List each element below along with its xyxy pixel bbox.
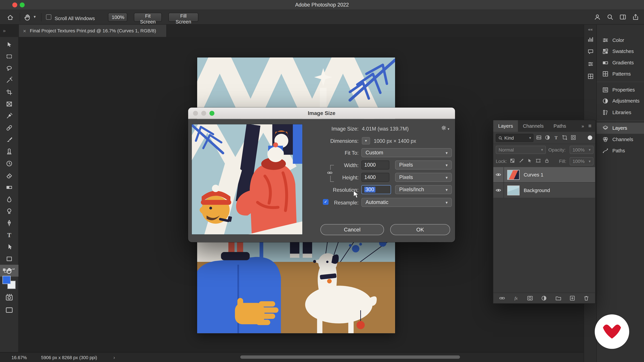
document-tab[interactable]: × Final Project Textures Print.psd @ 16.…	[19, 25, 167, 37]
rail-item-color[interactable]: Color	[597, 34, 644, 46]
layer-thumbnail[interactable]	[507, 170, 520, 180]
sliders-icon[interactable]	[587, 61, 594, 67]
panel-overflow-icon[interactable]: »	[582, 123, 584, 128]
horizontal-scrollbar[interactable]	[240, 356, 460, 359]
fill-screen-button[interactable]: Fill Screen	[168, 13, 198, 22]
height-unit-select[interactable]: Pixels ▾	[395, 173, 452, 182]
image-preview[interactable]	[191, 124, 303, 235]
panel-tab-channels[interactable]: Channels	[518, 120, 548, 132]
delete-icon[interactable]	[583, 295, 589, 301]
search-icon[interactable]	[606, 13, 614, 21]
effects-icon[interactable]: fx	[513, 295, 519, 301]
rail-item-adjustments[interactable]: Adjustments	[597, 95, 644, 107]
height-input[interactable]: 1400	[362, 173, 390, 182]
zoom-level-field[interactable]: 16.67%	[12, 355, 27, 360]
lock-lock-all-icon[interactable]	[544, 158, 550, 163]
fit-to-select[interactable]: Custom ▾	[362, 148, 452, 157]
link-icon[interactable]	[327, 170, 332, 176]
tool-move[interactable]	[0, 38, 18, 50]
link-icon[interactable]	[499, 295, 505, 301]
status-chevron-icon[interactable]: ›	[113, 355, 115, 360]
rail-item-paths[interactable]: Paths	[597, 145, 644, 156]
image-filter-icon[interactable]	[536, 135, 542, 140]
rail-item-gradients[interactable]: Gradients	[597, 57, 644, 68]
rail-item-swatches[interactable]: Swatches	[597, 46, 644, 57]
share-icon[interactable]	[632, 13, 639, 21]
lock-artboard-icon[interactable]	[536, 158, 541, 163]
dialog-titlebar[interactable]: Image Size	[188, 108, 455, 119]
home-icon[interactable]	[6, 13, 14, 21]
lock-brush-icon[interactable]	[518, 158, 524, 163]
tool-history-brush[interactable]	[0, 158, 18, 169]
tool-eraser[interactable]	[0, 169, 18, 181]
layer-row-curves-1[interactable]: Curves 1	[493, 167, 595, 183]
hand-tool-icon[interactable]	[24, 13, 31, 21]
shape-filter-icon[interactable]	[562, 135, 568, 140]
filter-toggle[interactable]	[588, 135, 592, 140]
tab-close-icon[interactable]: ×	[23, 28, 26, 34]
dialog-minimize-button[interactable]	[201, 111, 206, 116]
dimensions-unit-dropdown[interactable]: ▾	[362, 137, 370, 144]
half-circle-icon[interactable]	[541, 295, 547, 301]
resolution-input[interactable]: 300	[362, 185, 391, 194]
width-input[interactable]: 1000	[362, 161, 390, 170]
rail-item-channels[interactable]: Channels	[597, 134, 644, 145]
layer-thumbnail[interactable]	[507, 185, 520, 195]
resample-checkbox[interactable]: ✓	[323, 199, 328, 205]
rail-item-properties[interactable]: Properties	[597, 84, 644, 95]
swap-colors-icon[interactable]	[10, 268, 16, 273]
tool-frame[interactable]	[0, 98, 18, 110]
blend-mode-select[interactable]: Normal ▾	[496, 146, 546, 154]
visibility-eye-icon[interactable]	[493, 183, 504, 198]
rail-item-libraries[interactable]: Libraries	[597, 107, 644, 118]
gear-icon[interactable]: ▾	[441, 125, 449, 131]
fit-screen-button[interactable]: Fit Screen	[134, 13, 162, 22]
tool-healing-brush[interactable]	[0, 122, 18, 134]
workspace-icon[interactable]	[619, 13, 626, 21]
foreground-color-swatch[interactable]	[2, 276, 11, 284]
bar-chart-icon[interactable]	[587, 36, 594, 43]
tool-dodge[interactable]	[0, 205, 18, 217]
rail-item-layers[interactable]: Layers	[597, 122, 644, 134]
lock-transparency-icon[interactable]	[510, 158, 515, 163]
tool-preset-chevron-icon[interactable]: ▾	[34, 14, 36, 19]
zoom-100-button[interactable]: 100%	[108, 13, 127, 22]
tool-gradient[interactable]	[0, 181, 18, 193]
tool-blur[interactable]	[0, 193, 18, 205]
grid-icon[interactable]	[587, 73, 594, 80]
width-unit-select[interactable]: Pixels ▾	[395, 161, 452, 170]
tool-eyedropper[interactable]	[0, 110, 18, 122]
tool-lasso[interactable]	[0, 62, 18, 74]
new-layer-icon[interactable]	[569, 295, 576, 301]
dialog-close-button[interactable]	[193, 111, 198, 116]
tool-brush[interactable]	[0, 134, 18, 146]
layer-filter-kind-select[interactable]: Kind ▾	[496, 134, 534, 142]
tool-rectangle[interactable]	[0, 253, 18, 265]
type-letter-filter-icon[interactable]: T	[553, 135, 559, 140]
screen-mode-icon[interactable]	[5, 306, 13, 314]
tool-object-selection[interactable]	[0, 74, 18, 86]
cancel-button[interactable]: Cancel	[320, 224, 384, 235]
resolution-unit-select[interactable]: Pixels/Inch ▾	[395, 185, 452, 194]
tool-clone-stamp[interactable]	[0, 146, 18, 158]
tool-crop[interactable]	[0, 86, 18, 98]
default-colors-icon[interactable]	[2, 268, 8, 273]
tab-overflow-icon[interactable]: »	[3, 28, 6, 34]
account-icon[interactable]	[594, 13, 601, 21]
half-circle-filter-icon[interactable]	[544, 135, 550, 140]
panel-tab-layers[interactable]: Layers	[493, 120, 518, 132]
group-icon[interactable]	[555, 295, 561, 301]
tool-pen[interactable]	[0, 217, 18, 229]
rail-item-patterns[interactable]: Patterns	[597, 68, 644, 80]
lock-move-icon[interactable]	[527, 158, 532, 163]
opacity-select[interactable]: 100% ▾	[570, 146, 594, 154]
dialog-zoom-button[interactable]	[210, 111, 214, 116]
layer-row-background[interactable]: Background	[493, 183, 595, 198]
ok-button[interactable]: OK	[390, 224, 450, 235]
resample-select[interactable]: Automatic ▾	[362, 198, 452, 207]
tool-path-selection[interactable]	[0, 241, 18, 253]
mask-icon[interactable]	[527, 295, 533, 301]
tool-rectangular-marquee[interactable]	[0, 50, 18, 62]
scroll-all-windows-checkbox[interactable]	[46, 14, 51, 20]
visibility-eye-icon[interactable]	[493, 167, 504, 183]
